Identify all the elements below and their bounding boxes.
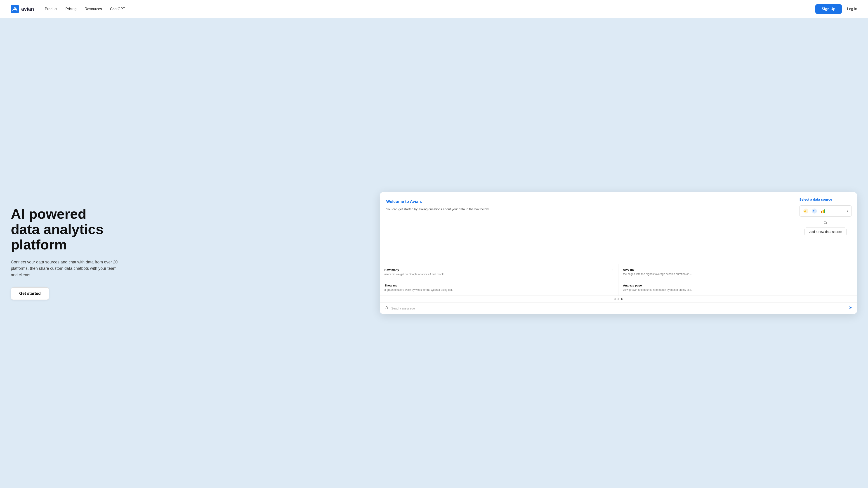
suggestion-card-2[interactable]: Show me a graph of users week by week fo… — [380, 280, 618, 296]
hero-title: AI powered data analytics platform — [11, 206, 366, 253]
svg-text:f: f — [813, 209, 814, 213]
hero-left: AI powered data analytics platform Conne… — [11, 206, 366, 300]
suggestions-grid: How many → users did we get on Google An… — [380, 264, 857, 296]
add-datasource-button[interactable]: Add a new data source — [804, 228, 846, 236]
suggestion-title-2: Show me — [384, 284, 614, 287]
nav-link-chatgpt[interactable]: ChatGPT — [110, 7, 125, 11]
svg-rect-0 — [11, 5, 19, 13]
hero-title-line3: platform — [11, 237, 67, 252]
datasource-title: Select a data source — [799, 197, 832, 201]
login-button[interactable]: Log In — [847, 7, 857, 11]
svg-rect-5 — [821, 211, 822, 213]
pagination-dot-0[interactable] — [614, 298, 616, 300]
suggestion-card-1[interactable]: Give me the pages with the highest avera… — [618, 264, 857, 280]
app-top-area: Welcome to Avian. You can get started by… — [380, 192, 857, 264]
chat-panel: Welcome to Avian. You can get started by… — [380, 192, 794, 264]
app-mockup: Welcome to Avian. You can get started by… — [380, 192, 857, 314]
suggestion-desc-3: view growth and bounce rate month by mon… — [623, 288, 852, 292]
avian-logo-icon — [11, 5, 19, 13]
hero-title-line1: AI powered — [11, 206, 86, 222]
message-input-bar: Send a message — [380, 302, 857, 314]
logo[interactable]: avian — [11, 5, 34, 13]
nav-item-product[interactable]: Product — [45, 7, 57, 11]
hero-section: AI powered data analytics platform Conne… — [0, 18, 868, 488]
hero-subtitle: Connect your data sources and chat with … — [11, 259, 119, 278]
svg-rect-7 — [824, 209, 825, 213]
suggestion-arrow-icon: → — [611, 268, 614, 271]
suggestion-desc-1: the pages with the highest average sessi… — [623, 272, 852, 276]
navbar: avian Product Pricing Resources ChatGPT … — [0, 0, 868, 18]
signup-button[interactable]: Sign Up — [815, 4, 842, 14]
nav-left: avian Product Pricing Resources ChatGPT — [11, 5, 125, 13]
nav-right: Sign Up Log In — [815, 4, 857, 14]
suggestion-desc-2: a graph of users week by week for the Qu… — [384, 288, 614, 292]
nav-item-pricing[interactable]: Pricing — [65, 7, 76, 11]
nav-links: Product Pricing Resources ChatGPT — [45, 7, 125, 11]
pagination-dots — [380, 296, 857, 302]
svg-text:A: A — [804, 209, 806, 213]
logo-text: avian — [21, 6, 34, 12]
nav-item-resources[interactable]: Resources — [85, 7, 102, 11]
suggestion-card-3[interactable]: Analyze page view growth and bounce rate… — [618, 280, 857, 296]
datasource-icons-row[interactable]: A f — [799, 205, 852, 217]
get-started-button[interactable]: Get started — [11, 287, 49, 300]
send-icon[interactable] — [848, 306, 852, 311]
svg-point-3 — [812, 208, 817, 214]
nav-link-pricing[interactable]: Pricing — [65, 7, 76, 11]
datasource-panel: Select a data source A f — [794, 192, 857, 264]
message-input[interactable]: Send a message — [391, 306, 846, 310]
chat-description: You can get started by asking questions … — [386, 207, 787, 212]
hero-title-line2: data analytics — [11, 221, 103, 237]
suggestion-title-0: How many → — [384, 268, 614, 271]
nav-link-product[interactable]: Product — [45, 7, 57, 11]
chat-welcome: Welcome to Avian. — [386, 199, 787, 204]
suggestion-title-1: Give me — [623, 268, 852, 271]
datasource-chevron-icon: ▾ — [847, 209, 848, 213]
nav-item-chatgpt[interactable]: ChatGPT — [110, 7, 125, 11]
message-refresh-icon — [384, 306, 388, 311]
suggestion-title-3: Analyze page — [623, 284, 852, 287]
pagination-dot-2[interactable] — [621, 298, 622, 300]
suggestion-desc-0: users did we get on Google Analytics 4 l… — [384, 272, 614, 276]
svg-rect-6 — [823, 210, 824, 213]
or-divider: Or — [824, 221, 827, 224]
pagination-dot-1[interactable] — [618, 298, 619, 300]
bar-chart-icon — [820, 208, 826, 214]
suggestion-card-0[interactable]: How many → users did we get on Google An… — [380, 264, 618, 280]
google-analytics-icon: A — [803, 208, 809, 214]
facebook-icon: f — [811, 208, 817, 214]
nav-link-resources[interactable]: Resources — [85, 7, 102, 11]
